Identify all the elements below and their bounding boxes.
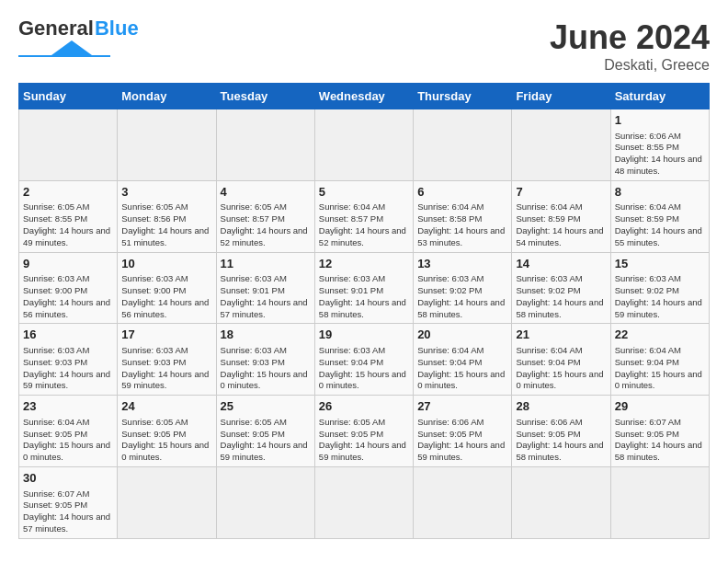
day-info: Sunrise: 6:04 AM Sunset: 9:04 PM Dayligh… [615, 345, 702, 390]
day-number: 13 [417, 256, 507, 272]
day-number: 22 [615, 327, 705, 343]
day-info: Sunrise: 6:03 AM Sunset: 9:02 PM Dayligh… [615, 273, 702, 318]
day-info: Sunrise: 6:03 AM Sunset: 9:03 PM Dayligh… [221, 345, 308, 390]
calendar-day-cell: 9Sunrise: 6:03 AM Sunset: 9:00 PM Daylig… [19, 252, 118, 324]
day-number: 6 [417, 184, 507, 201]
calendar-day-cell: 29Sunrise: 6:07 AM Sunset: 9:05 PM Dayli… [610, 396, 709, 467]
calendar-day-cell [19, 109, 118, 181]
calendar-day-cell: 4Sunrise: 6:05 AM Sunset: 8:57 PM Daylig… [216, 180, 314, 252]
day-number: 4 [221, 184, 311, 201]
day-info: Sunrise: 6:03 AM Sunset: 9:00 PM Dayligh… [23, 273, 110, 318]
day-info: Sunrise: 6:06 AM Sunset: 8:55 PM Dayligh… [615, 131, 702, 176]
day-number: 7 [516, 184, 606, 201]
day-info: Sunrise: 6:04 AM Sunset: 8:59 PM Dayligh… [615, 201, 702, 247]
weekday-header-saturday: Saturday [610, 84, 709, 109]
day-number: 28 [516, 398, 606, 415]
calendar-day-cell: 16Sunrise: 6:03 AM Sunset: 9:03 PM Dayli… [19, 324, 118, 396]
day-number: 30 [23, 470, 113, 487]
weekday-header-friday: Friday [512, 84, 610, 109]
day-number: 26 [319, 398, 409, 415]
page-header: General Blue June 2024 Deskati, Greece [18, 18, 710, 74]
day-number: 23 [23, 398, 113, 415]
calendar-week-row: 2Sunrise: 6:05 AM Sunset: 8:55 PM Daylig… [19, 180, 710, 252]
calendar-day-cell: 21Sunrise: 6:04 AM Sunset: 9:04 PM Dayli… [512, 324, 610, 396]
day-number: 24 [121, 398, 211, 415]
day-info: Sunrise: 6:03 AM Sunset: 9:02 PM Dayligh… [417, 273, 505, 318]
day-number: 17 [121, 327, 211, 343]
logo: General Blue [18, 18, 139, 61]
day-number: 11 [221, 256, 311, 272]
day-number: 29 [615, 398, 705, 415]
calendar-week-row: 9Sunrise: 6:03 AM Sunset: 9:00 PM Daylig… [19, 252, 710, 324]
calendar-day-cell: 2Sunrise: 6:05 AM Sunset: 8:55 PM Daylig… [19, 180, 118, 252]
day-info: Sunrise: 6:04 AM Sunset: 8:57 PM Dayligh… [319, 201, 406, 247]
calendar-day-cell: 13Sunrise: 6:03 AM Sunset: 9:02 PM Dayli… [414, 252, 512, 324]
calendar-table: SundayMondayTuesdayWednesdayThursdayFrid… [18, 83, 710, 539]
day-info: Sunrise: 6:03 AM Sunset: 9:04 PM Dayligh… [319, 345, 406, 390]
day-number: 10 [121, 256, 211, 272]
svg-marker-0 [51, 40, 92, 55]
calendar-week-row: 30Sunrise: 6:07 AM Sunset: 9:05 PM Dayli… [19, 466, 710, 538]
weekday-header-row: SundayMondayTuesdayWednesdayThursdayFrid… [19, 84, 710, 109]
svg-rect-1 [18, 55, 110, 57]
logo-text-blue: Blue [95, 18, 139, 39]
calendar-day-cell: 10Sunrise: 6:03 AM Sunset: 9:00 PM Dayli… [118, 252, 216, 324]
day-number: 25 [221, 398, 311, 415]
calendar-day-cell: 28Sunrise: 6:06 AM Sunset: 9:05 PM Dayli… [512, 396, 610, 467]
day-info: Sunrise: 6:07 AM Sunset: 9:05 PM Dayligh… [615, 417, 702, 462]
calendar-day-cell: 23Sunrise: 6:04 AM Sunset: 9:05 PM Dayli… [19, 396, 118, 467]
calendar-day-cell: 26Sunrise: 6:05 AM Sunset: 9:05 PM Dayli… [314, 396, 413, 467]
calendar-day-cell [314, 466, 413, 538]
day-number: 3 [121, 184, 211, 201]
weekday-header-monday: Monday [118, 84, 216, 109]
calendar-day-cell [610, 466, 709, 538]
day-info: Sunrise: 6:07 AM Sunset: 9:05 PM Dayligh… [23, 488, 110, 534]
calendar-day-cell [512, 466, 610, 538]
calendar-day-cell: 25Sunrise: 6:05 AM Sunset: 9:05 PM Dayli… [216, 396, 314, 467]
weekday-header-tuesday: Tuesday [216, 84, 314, 109]
day-number: 2 [23, 184, 113, 201]
location-subtitle: Deskati, Greece [550, 57, 710, 74]
calendar-day-cell [414, 466, 512, 538]
calendar-day-cell: 5Sunrise: 6:04 AM Sunset: 8:57 PM Daylig… [314, 180, 413, 252]
weekday-header-sunday: Sunday [19, 84, 118, 109]
calendar-day-cell [216, 466, 314, 538]
calendar-day-cell [216, 109, 314, 181]
day-info: Sunrise: 6:05 AM Sunset: 8:55 PM Dayligh… [23, 201, 110, 247]
day-info: Sunrise: 6:05 AM Sunset: 8:56 PM Dayligh… [121, 201, 209, 247]
calendar-day-cell [512, 109, 610, 181]
calendar-day-cell [118, 109, 216, 181]
day-info: Sunrise: 6:04 AM Sunset: 9:05 PM Dayligh… [23, 417, 110, 462]
calendar-week-row: 1Sunrise: 6:06 AM Sunset: 8:55 PM Daylig… [19, 109, 710, 181]
day-info: Sunrise: 6:05 AM Sunset: 8:57 PM Dayligh… [221, 201, 308, 247]
day-number: 18 [221, 327, 311, 343]
day-info: Sunrise: 6:06 AM Sunset: 9:05 PM Dayligh… [417, 417, 505, 462]
calendar-day-cell: 30Sunrise: 6:07 AM Sunset: 9:05 PM Dayli… [19, 466, 118, 538]
calendar-day-cell: 17Sunrise: 6:03 AM Sunset: 9:03 PM Dayli… [118, 324, 216, 396]
day-info: Sunrise: 6:05 AM Sunset: 9:05 PM Dayligh… [121, 417, 209, 462]
calendar-day-cell: 18Sunrise: 6:03 AM Sunset: 9:03 PM Dayli… [216, 324, 314, 396]
day-info: Sunrise: 6:03 AM Sunset: 9:03 PM Dayligh… [23, 345, 110, 390]
calendar-day-cell [118, 466, 216, 538]
day-number: 12 [319, 256, 409, 272]
calendar-week-row: 23Sunrise: 6:04 AM Sunset: 9:05 PM Dayli… [19, 396, 710, 467]
day-number: 9 [23, 256, 113, 272]
calendar-day-cell: 27Sunrise: 6:06 AM Sunset: 9:05 PM Dayli… [414, 396, 512, 467]
day-info: Sunrise: 6:06 AM Sunset: 9:05 PM Dayligh… [516, 417, 603, 462]
logo-icon [18, 39, 110, 57]
day-number: 27 [417, 398, 507, 415]
calendar-day-cell: 6Sunrise: 6:04 AM Sunset: 8:58 PM Daylig… [414, 180, 512, 252]
calendar-day-cell: 14Sunrise: 6:03 AM Sunset: 9:02 PM Dayli… [512, 252, 610, 324]
day-number: 19 [319, 327, 409, 343]
day-info: Sunrise: 6:04 AM Sunset: 8:59 PM Dayligh… [516, 201, 603, 247]
calendar-day-cell: 11Sunrise: 6:03 AM Sunset: 9:01 PM Dayli… [216, 252, 314, 324]
day-number: 15 [615, 256, 705, 272]
calendar-day-cell: 7Sunrise: 6:04 AM Sunset: 8:59 PM Daylig… [512, 180, 610, 252]
day-info: Sunrise: 6:05 AM Sunset: 9:05 PM Dayligh… [221, 417, 308, 462]
day-info: Sunrise: 6:05 AM Sunset: 9:05 PM Dayligh… [319, 417, 406, 462]
logo-text-general: General [18, 18, 94, 39]
day-number: 21 [516, 327, 606, 343]
calendar-day-cell: 15Sunrise: 6:03 AM Sunset: 9:02 PM Dayli… [610, 252, 709, 324]
weekday-header-wednesday: Wednesday [314, 84, 413, 109]
calendar-day-cell: 24Sunrise: 6:05 AM Sunset: 9:05 PM Dayli… [118, 396, 216, 467]
